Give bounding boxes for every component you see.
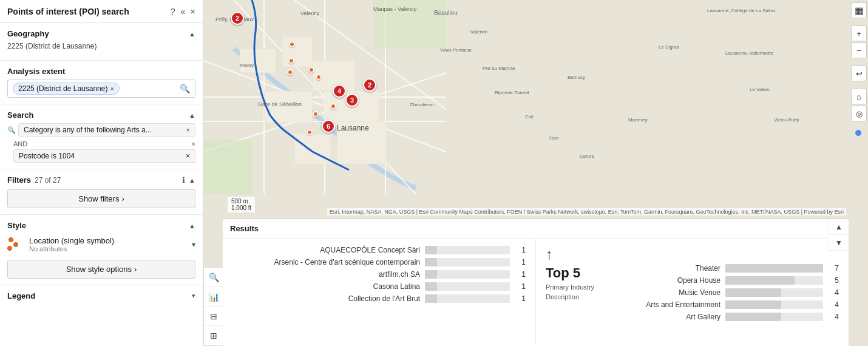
extent-tag-close[interactable]: × (110, 85, 114, 92)
result-bar (425, 246, 437, 254)
result-row: Arsenic - Centre d'art scénique contempo… (232, 258, 526, 266)
legend-header: Legend ▾ (7, 291, 195, 300)
undo-button[interactable]: ↩ (851, 66, 867, 81)
filters-header: Filters 27 of 27 ℹ ▲ (7, 175, 195, 185)
map-container[interactable]: Prilly, Flumeaux Valency Maupas - Valenc… (203, 0, 868, 346)
result-bar-container (425, 246, 510, 254)
panel-header: Points of interest (POI) search ? « × (0, 0, 203, 23)
results-header: Results (223, 219, 849, 239)
analysis-extent-title: Analysis extent (7, 67, 195, 76)
svg-text:Chauderon: Chauderon (410, 102, 434, 107)
filters-section: Filters 27 of 27 ℹ ▲ Show filters › (0, 169, 203, 215)
results-nav-up[interactable]: ▲ (829, 219, 849, 235)
results-panel: Results AQUAECOPÔLE Concept Sàrl 1 Arsen… (223, 219, 849, 346)
result-bar (425, 258, 437, 266)
result-count: 1 (514, 282, 526, 291)
qr-code-button[interactable]: ▦ (851, 2, 867, 18)
symbol-dot-1 (8, 237, 13, 242)
search-tool-button[interactable]: 🔍 (204, 268, 223, 287)
geography-chevron[interactable]: ▲ (189, 30, 195, 38)
result-name: Collection de l'Art Brut (232, 294, 425, 303)
result-row: Casona Latina 1 (232, 282, 526, 291)
style-chevron[interactable]: ▲ (189, 222, 195, 229)
result-bar-container (425, 270, 510, 279)
home-button[interactable]: ⌂ (851, 89, 867, 104)
top5-title: Top 5 (546, 265, 580, 281)
top5-row: Arts and Entertainment 4 (634, 300, 839, 309)
svg-text:Malley: Malley (240, 63, 254, 68)
result-bar-container (425, 258, 510, 266)
svg-rect-10 (203, 140, 252, 194)
style-sub: No attributes (29, 245, 187, 253)
top5-bar (725, 288, 781, 297)
result-name: artfilm.ch SA (232, 270, 425, 279)
and-close-icon[interactable]: × (192, 140, 195, 148)
filters-chevron[interactable]: ▲ (189, 177, 195, 184)
svg-text:Valency: Valency (300, 10, 320, 16)
geography-value: 2225 (District de Lausanne) (7, 42, 195, 50)
svg-rect-12 (240, 49, 276, 73)
table-tool-button[interactable]: ⊞ (204, 326, 223, 345)
filter-tool-button[interactable]: ⊟ (204, 307, 223, 326)
collapse-icon[interactable]: « (180, 6, 185, 16)
search-chevron[interactable]: ▲ (189, 112, 195, 119)
zoom-in-button[interactable]: + (851, 25, 867, 41)
legend-chevron[interactable]: ▾ (192, 292, 195, 300)
close-icon[interactable]: × (190, 6, 195, 16)
top5-left: ↑ Top 5 Primary Industry Description (546, 246, 625, 339)
scale-1000ft: 1,000 ft (231, 205, 251, 211)
scale-bar: 500 m 1,000 ft (228, 197, 255, 212)
help-icon[interactable]: ? (171, 6, 175, 16)
result-row: artfilm.ch SA 1 (232, 270, 526, 279)
category-filter-label: Category is any of the following Arts a.… (24, 126, 152, 134)
svg-text:Prilly, Flumeaux: Prilly, Flumeaux (215, 16, 254, 22)
top5-bar (725, 264, 823, 273)
top5-bar (725, 313, 781, 321)
filters-info-icon[interactable]: ℹ (182, 175, 185, 185)
svg-text:Lausanne, Collège de La Sallaz: Lausanne, Collège de La Sallaz (707, 8, 776, 13)
top5-item-name: Arts and Entertainment (634, 300, 725, 309)
svg-text:Riponne-Tunnel: Riponne-Tunnel (495, 90, 529, 95)
symbol-dot-2 (13, 242, 18, 247)
postcode-chip-close[interactable]: × (186, 152, 190, 160)
search-title: Search (7, 110, 33, 120)
result-bar (425, 294, 437, 303)
result-count: 1 (514, 270, 526, 279)
top5-item-name: Theater (634, 264, 725, 273)
top5-arrow-icon: ↑ (546, 246, 553, 263)
analysis-extent-section: Analysis extent 2225 (District de Lausan… (0, 61, 203, 104)
top5-item-name: Art Gallery (634, 313, 725, 321)
svg-rect-17 (294, 134, 331, 164)
show-style-button[interactable]: Show style options › (7, 260, 195, 279)
svg-text:Beaulieu: Beaulieu (434, 10, 458, 16)
and-label-text: AND (13, 140, 27, 148)
results-nav-down[interactable]: ▼ (829, 235, 849, 251)
result-row: AQUAECOPÔLE Concept Sàrl 1 (232, 246, 526, 254)
chart-tool-button[interactable]: 📊 (204, 287, 223, 307)
extent-input-row: 2225 (District de Lausanne) × 🔍 (7, 80, 195, 98)
results-content: AQUAECOPÔLE Concept Sàrl 1 Arsenic - Cen… (223, 239, 849, 346)
svg-text:Flon: Flon (549, 135, 559, 141)
show-filters-button[interactable]: Show filters › (7, 189, 195, 208)
svg-text:Le Vallon: Le Vallon (750, 87, 770, 92)
extent-search-icon[interactable]: 🔍 (180, 84, 190, 93)
zoom-out-button[interactable]: − (851, 42, 867, 58)
svg-text:Victor-Ruffy: Victor-Ruffy (774, 117, 799, 123)
style-name: Location (single symbol) (29, 236, 187, 245)
top5-row: Opera House 5 (634, 276, 839, 285)
postcode-chip[interactable]: Postcode is 1004 × (13, 149, 195, 163)
result-count: 1 (514, 258, 526, 266)
extent-tag: 2225 (District de Lausanne) × (13, 83, 120, 95)
category-filter-close[interactable]: × (186, 126, 190, 134)
result-name: AQUAECOPÔLE Concept Sàrl (232, 246, 425, 254)
category-filter-chip[interactable]: Category is any of the following Arts a.… (18, 123, 195, 137)
search-icon-small: 🔍 (7, 126, 16, 134)
poi-list-card: AQUAECOPÔLE Concept Sàrl 1 Arsenic - Cen… (223, 239, 536, 346)
svg-text:Lausanne, Vallonnette: Lausanne, Vallonnette (725, 50, 774, 56)
style-dropdown-chevron[interactable]: ▾ (192, 240, 195, 249)
top5-item-name: Music Venue (634, 288, 725, 297)
location-button[interactable]: ◎ (851, 106, 867, 121)
geography-title: Geography (7, 29, 49, 38)
result-bar (425, 270, 437, 279)
geography-header: Geography ▲ (7, 29, 195, 38)
